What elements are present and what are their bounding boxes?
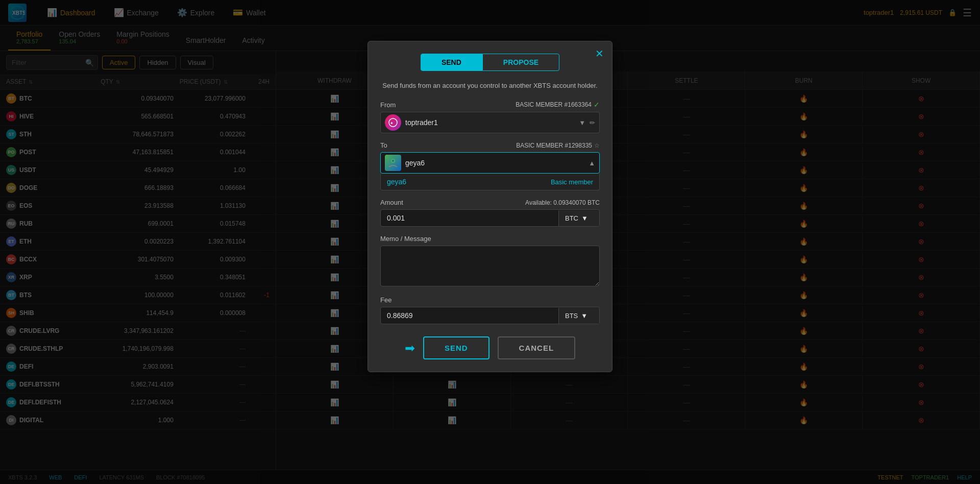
- to-field: ▲: [380, 152, 600, 174]
- to-dropdown: geya6 Basic member: [380, 174, 600, 190]
- fee-input[interactable]: [381, 307, 558, 324]
- memo-textarea[interactable]: [380, 246, 600, 286]
- amount-available: Available: 0.09340070 BTC: [525, 199, 600, 206]
- amount-input[interactable]: [381, 210, 558, 226]
- amount-label-row: Amount Available: 0.09340070 BTC: [380, 199, 600, 206]
- to-chevron-icon[interactable]: ▲: [589, 159, 595, 167]
- to-field-wrapper: ▲ geya6 Basic member: [380, 152, 600, 190]
- to-avatar: [385, 155, 401, 171]
- from-label-row: From BASIC MEMBER #1663364 ✓: [380, 101, 600, 109]
- from-field: ✦ ▼ ✏: [380, 112, 600, 133]
- fee-chevron-icon: ▼: [581, 312, 587, 320]
- arrow-right-icon: ➡: [405, 341, 415, 355]
- fee-field: BTS ▼: [380, 307, 600, 324]
- to-member: BASIC MEMBER #1298335 ☆: [516, 142, 600, 149]
- to-label-row: To BASIC MEMBER #1298335 ☆: [380, 141, 600, 149]
- tab-propose[interactable]: PROPOSE: [482, 54, 559, 71]
- send-button[interactable]: SEND: [423, 336, 489, 359]
- amount-chevron-icon: ▼: [581, 214, 588, 222]
- from-member: BASIC MEMBER #1663364 ✓: [516, 101, 600, 109]
- dropdown-suggestion-name[interactable]: geya6: [387, 178, 406, 186]
- modal-close-button[interactable]: ✕: [595, 47, 604, 60]
- modal-overlay: ✕ SEND PROPOSE Send funds from an accoun…: [0, 0, 980, 484]
- memo-row: Memo / Message: [380, 235, 600, 288]
- member-verified-icon: ✓: [594, 101, 600, 109]
- from-chevron-icon[interactable]: ▼: [579, 119, 585, 127]
- fee-label: Fee: [380, 296, 391, 304]
- svg-point-6: [392, 160, 394, 162]
- from-input[interactable]: [405, 118, 575, 127]
- amount-label: Amount: [380, 199, 403, 206]
- fee-label-row: Fee: [380, 296, 600, 304]
- modal-actions: ➡ SEND CANCEL: [380, 336, 600, 359]
- fee-currency-label: BTS: [565, 312, 578, 320]
- amount-row: Amount Available: 0.09340070 BTC BTC ▼: [380, 199, 600, 227]
- from-edit-icon[interactable]: ✏: [590, 119, 595, 127]
- memo-label: Memo / Message: [380, 235, 431, 243]
- to-row: To BASIC MEMBER #1298335 ☆ ▲: [380, 141, 600, 190]
- modal-subtitle: Send funds from an account you control t…: [380, 81, 600, 90]
- from-actions: ▼ ✏: [579, 119, 595, 127]
- fee-currency-selector[interactable]: BTS ▼: [558, 308, 599, 324]
- from-row: From BASIC MEMBER #1663364 ✓ ✦ ▼ ✏: [380, 101, 600, 133]
- dropdown-suggestion-type: Basic member: [551, 178, 593, 186]
- star-icon[interactable]: ☆: [594, 142, 600, 149]
- amount-currency-selector[interactable]: BTC ▼: [558, 210, 599, 226]
- svg-text:✦: ✦: [390, 121, 394, 126]
- send-modal: ✕ SEND PROPOSE Send funds from an accoun…: [368, 41, 612, 372]
- amount-field: BTC ▼: [380, 209, 600, 227]
- memo-label-row: Memo / Message: [380, 235, 600, 243]
- amount-currency-label: BTC: [565, 214, 578, 222]
- tab-send[interactable]: SEND: [421, 54, 482, 71]
- modal-tabs: SEND PROPOSE: [380, 54, 600, 71]
- to-input[interactable]: [405, 159, 584, 167]
- fee-row: Fee BTS ▼: [380, 296, 600, 324]
- from-avatar: ✦: [385, 114, 401, 131]
- to-label: To: [380, 141, 387, 149]
- from-label: From: [380, 101, 396, 109]
- cancel-button[interactable]: CANCEL: [498, 336, 576, 359]
